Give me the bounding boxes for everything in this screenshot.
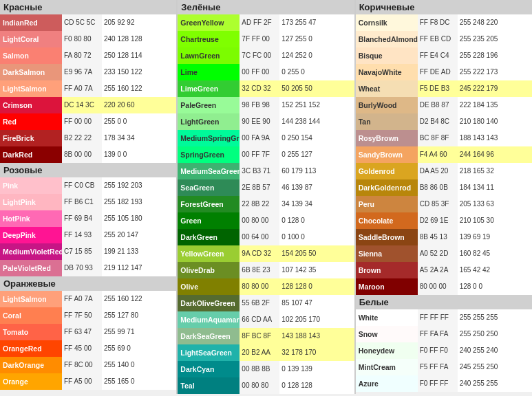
color-swatch: DarkCyan: [178, 361, 240, 377]
rgb-values: 255 160 122: [102, 80, 176, 97]
color-row: LightCoralF0 80 80240 128 128: [0, 31, 176, 47]
color-row: Lime00 FF 000 255 0: [178, 64, 354, 80]
rgb-values: 210 105 30: [458, 212, 532, 229]
color-row: DarkCyan00 8B 8B0 139 139: [178, 361, 354, 377]
color-swatch: Red: [0, 113, 62, 130]
color-swatch: Coral: [0, 307, 62, 324]
rgb-values: 255 0 0: [102, 113, 176, 130]
hex-code: FF C0 CB: [62, 177, 102, 194]
rgb-values: 255 140 0: [102, 357, 176, 373]
hex-code: FF DE AD: [418, 64, 458, 80]
color-swatch: DarkOliveGreen: [178, 295, 240, 311]
hex-code: FF 14 93: [62, 227, 102, 243]
rgb-values: 160 82 45: [458, 245, 532, 262]
hex-code: F0 80 80: [62, 31, 102, 47]
color-swatch: Snow: [356, 326, 418, 342]
color-swatch: Peru: [356, 196, 418, 212]
color-row: MediumSpringGreen00 FA 9A0 250 154: [178, 130, 354, 146]
rgb-values: 188 143 143: [458, 130, 532, 146]
rgb-values: 245 255 250: [458, 359, 532, 375]
rgb-values: 255 127 80: [102, 307, 176, 324]
color-row: SiennaA0 52 2D160 82 45: [356, 245, 532, 262]
color-swatch: PaleGreen: [178, 97, 240, 113]
hex-code: FF 7F 50: [62, 307, 102, 324]
color-swatch: LightPink: [0, 194, 62, 210]
rgb-values: 210 180 140: [458, 113, 532, 130]
color-row: LimeGreen32 CD 3250 205 50: [178, 80, 354, 97]
rgb-values: 165 42 42: [458, 262, 532, 278]
color-row: NavajoWhiteFF DE AD255 222 173: [356, 64, 532, 80]
hex-code: 3C B3 71: [240, 163, 279, 179]
rgb-values: 255 248 220: [458, 14, 532, 31]
rgb-values: 144 238 144: [279, 113, 354, 130]
color-swatch: Chocolate: [356, 212, 418, 229]
hex-code: FF FA FA: [418, 326, 458, 342]
color-swatch: SeaGreen: [178, 179, 240, 196]
rgb-values: 139 69 19: [458, 229, 532, 245]
color-row: Chartreuse7F FF 00127 255 0: [178, 31, 354, 47]
hex-code: 00 FF 00: [240, 64, 279, 80]
color-row: DarkOliveGreen55 6B 2F85 107 47: [178, 295, 354, 311]
color-row: RosyBrownBC 8F 8F188 143 143: [356, 130, 532, 146]
rgb-values: 255 69 0: [102, 340, 176, 357]
color-swatch: LightGreen: [178, 113, 240, 130]
rgb-values: 250 128 114: [102, 47, 176, 64]
color-row: BlanchedAlmondFF EB CD255 235 205: [356, 31, 532, 47]
color-swatch: MediumSeaGreen: [178, 163, 240, 179]
column-brown-white: КоричневыеCornsilkFF F8 DC255 248 220Bla…: [356, 0, 532, 394]
hex-code: 90 EE 90: [240, 113, 279, 130]
color-row: PinkFF C0 CB255 192 203: [0, 177, 176, 194]
color-swatch: ForestGreen: [178, 196, 240, 212]
rgb-values: 102 205 170: [279, 311, 354, 328]
color-row: DarkGreen00 64 000 100 0: [178, 229, 354, 245]
rgb-values: 85 107 47: [279, 295, 354, 311]
color-row: SaddleBrown8B 45 13139 69 19: [356, 229, 532, 245]
color-swatch: Cornsilk: [356, 14, 418, 31]
rgb-values: 199 21 133: [102, 243, 176, 260]
rgb-values: 218 165 32: [458, 163, 532, 179]
rgb-values: 255 192 203: [102, 177, 176, 194]
rgb-values: 255 222 173: [458, 64, 532, 80]
color-swatch: Honeydew: [356, 342, 418, 359]
color-row: TanD2 B4 8C210 180 140: [356, 113, 532, 130]
color-row: YellowGreen9A CD 32154 205 50: [178, 245, 354, 262]
hex-code: 22 8B 22: [240, 196, 279, 212]
hex-code: 00 FA 9A: [240, 130, 279, 146]
section-red: КрасныеIndianRedCD 5C 5C205 92 92LightCo…: [0, 0, 176, 163]
color-swatch: Pink: [0, 177, 62, 194]
color-swatch: GreenYellow: [178, 14, 240, 31]
color-row: CoralFF 7F 50255 127 80: [0, 307, 176, 324]
color-row: HotPinkFF 69 B4255 105 180: [0, 210, 176, 227]
color-swatch: SaddleBrown: [356, 229, 418, 245]
hex-code: 6B 8E 23: [240, 262, 279, 278]
hex-code: 80 80 00: [240, 278, 279, 295]
hex-code: 00 64 00: [240, 229, 279, 245]
rgb-values: 222 184 135: [458, 97, 532, 113]
section-orange: ОранжевыеLightSalmonFF A0 7A255 160 122C…: [0, 276, 176, 390]
rgb-values: 255 99 71: [102, 324, 176, 340]
section-header-white: Белые: [356, 295, 532, 309]
color-swatch: IndianRed: [0, 14, 62, 31]
color-swatch: LightSalmon: [0, 291, 62, 307]
rgb-values: 128 0 0: [458, 278, 532, 295]
color-swatch: DarkOrange: [0, 357, 62, 373]
rgb-values: 46 139 87: [279, 179, 354, 196]
rgb-values: 219 112 147: [102, 260, 176, 276]
hex-code: FF FF FF: [418, 309, 458, 326]
color-row: DarkRed8B 00 00139 0 0: [0, 146, 176, 163]
color-swatch: MediumSpringGreen: [178, 130, 240, 146]
hex-code: FF A0 7A: [62, 291, 102, 307]
hex-code: FF EB CD: [418, 31, 458, 47]
hex-code: FF E4 C4: [418, 47, 458, 64]
color-swatch: DeepPink: [0, 227, 62, 243]
color-swatch: Salmon: [0, 47, 62, 64]
rgb-values: 255 250 250: [458, 326, 532, 342]
color-row: CornsilkFF F8 DC255 248 220: [356, 14, 532, 31]
color-swatch: OrangeRed: [0, 340, 62, 357]
color-row: OrangeRedFF 45 00255 69 0: [0, 340, 176, 357]
color-row: LawnGreen7C FC 00124 252 0: [178, 47, 354, 64]
rgb-values: 60 179 113: [279, 163, 354, 179]
color-swatch: DarkGoldenrod: [356, 179, 418, 196]
color-swatch: BurlyWood: [356, 97, 418, 113]
color-swatch: White: [356, 309, 418, 326]
